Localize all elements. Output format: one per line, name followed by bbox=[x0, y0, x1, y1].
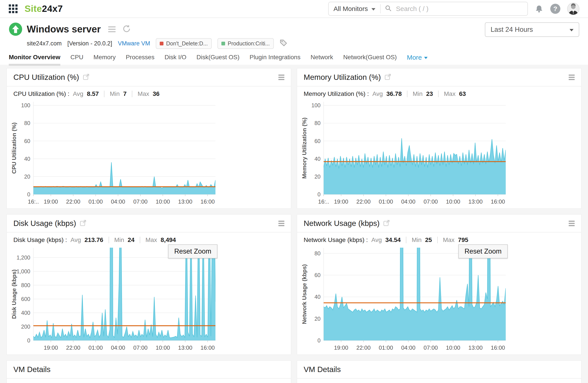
time-range-label: Last 24 Hours bbox=[491, 26, 533, 34]
svg-text:20: 20 bbox=[315, 174, 320, 180]
svg-text:80: 80 bbox=[24, 120, 30, 126]
apps-grid-icon[interactable] bbox=[8, 4, 18, 14]
help-icon[interactable]: ? bbox=[550, 4, 560, 14]
svg-text:01:00: 01:00 bbox=[88, 344, 103, 351]
svg-text:80: 80 bbox=[315, 120, 320, 126]
svg-text:10:00: 10:00 bbox=[156, 344, 170, 351]
max-value: 795 bbox=[458, 237, 468, 243]
reset-zoom-button[interactable]: Reset Zoom bbox=[168, 244, 217, 258]
stats-metric-label: CPU Utilization (%) : bbox=[13, 90, 69, 97]
user-avatar[interactable] bbox=[567, 2, 580, 15]
avg-label: Avg bbox=[70, 237, 81, 243]
svg-text:19:00: 19:00 bbox=[44, 344, 58, 351]
tag-color-swatch bbox=[221, 42, 225, 45]
reset-zoom-button[interactable]: Reset Zoom bbox=[458, 244, 508, 258]
panel-menu-icon[interactable] bbox=[569, 75, 575, 80]
tab-network-guest-os[interactable]: Network(Guest OS) bbox=[343, 54, 397, 64]
panel-menu-icon[interactable] bbox=[569, 221, 575, 226]
svg-text:04:00: 04:00 bbox=[401, 344, 415, 351]
svg-text:16:..: 16:.. bbox=[28, 198, 39, 205]
vm-detail-row: ESX/ESXi Host Name 172.21.112.41 bbox=[297, 379, 581, 383]
svg-text:13:00: 13:00 bbox=[468, 198, 483, 205]
tab-cpu[interactable]: CPU bbox=[70, 54, 83, 64]
svg-text:22:00: 22:00 bbox=[66, 198, 80, 205]
tag-icon[interactable] bbox=[279, 39, 287, 48]
expand-chart-icon[interactable] bbox=[80, 219, 87, 227]
panel-vm-details-right: VM Details ESX/ESXi Host Name 172.21.112… bbox=[297, 361, 581, 383]
tab-more[interactable]: More bbox=[407, 54, 427, 64]
tag-chip[interactable]: Don't_Delete:D... bbox=[156, 38, 212, 49]
expand-chart-icon[interactable] bbox=[83, 73, 90, 81]
notifications-bell-icon[interactable] bbox=[534, 4, 544, 13]
stats-metric-label: Network Usage (kbps) : bbox=[304, 237, 368, 243]
tag-label: Production:Criti... bbox=[228, 40, 270, 47]
svg-text:0: 0 bbox=[317, 191, 320, 197]
min-value: 24 bbox=[128, 237, 134, 243]
tab-processes[interactable]: Processes bbox=[126, 54, 154, 64]
monitor-menu-icon[interactable] bbox=[108, 26, 116, 32]
panel-menu-icon[interactable] bbox=[278, 75, 284, 80]
svg-text:20: 20 bbox=[315, 316, 320, 322]
min-value: 25 bbox=[425, 237, 432, 243]
panel-title: Memory Utilization (%) bbox=[304, 73, 381, 81]
svg-text:04:00: 04:00 bbox=[111, 198, 125, 205]
svg-text:16:00: 16:00 bbox=[491, 344, 505, 351]
panel-vm-details-left: VM Details Host Name s24x7-w10.site24x7.… bbox=[7, 361, 291, 383]
tab-plugin-integrations[interactable]: Plugin Integrations bbox=[250, 54, 301, 64]
tag-label: Don't_Delete:D... bbox=[166, 40, 208, 47]
svg-text:0: 0 bbox=[317, 337, 320, 343]
tab-disk-io[interactable]: Disk I/O bbox=[165, 54, 187, 64]
help-glyph: ? bbox=[553, 5, 557, 13]
disk-usage-chart[interactable]: Reset Zoom 02004006008001,0001,200Disk U… bbox=[10, 244, 219, 354]
logo-text-dark: 24x7 bbox=[42, 3, 63, 14]
expand-chart-icon[interactable] bbox=[384, 73, 391, 81]
svg-text:600: 600 bbox=[21, 296, 30, 302]
tag-chip[interactable]: Production:Criti... bbox=[217, 38, 274, 49]
refresh-icon[interactable] bbox=[122, 24, 131, 34]
vm-detail-row: Host Name s24x7-w10.site24x7.com bbox=[7, 379, 291, 383]
monitor-scope-dropdown[interactable]: All Monitors bbox=[334, 5, 376, 13]
svg-text:13:00: 13:00 bbox=[178, 344, 192, 351]
svg-text:400: 400 bbox=[21, 310, 30, 316]
svg-text:40: 40 bbox=[315, 156, 320, 162]
tab-memory[interactable]: Memory bbox=[93, 54, 116, 64]
svg-text:800: 800 bbox=[21, 282, 30, 288]
panel-menu-icon[interactable] bbox=[278, 221, 284, 226]
time-range-dropdown[interactable]: Last 24 Hours bbox=[485, 22, 579, 37]
svg-text:60: 60 bbox=[315, 138, 320, 144]
svg-text:60: 60 bbox=[315, 272, 320, 278]
svg-text:07:00: 07:00 bbox=[424, 198, 438, 205]
cpu-utilization-chart[interactable]: 020406080100CPU Utilization (%)16:..19:0… bbox=[10, 98, 219, 207]
panel-disk-usage: Disk Usage (kbps) Disk Usage (kbps) : Av… bbox=[7, 214, 291, 355]
tab-monitor-overview[interactable]: Monitor Overview bbox=[9, 54, 60, 66]
svg-text:CPU Utilization (%): CPU Utilization (%) bbox=[11, 122, 17, 174]
network-usage-chart[interactable]: Reset Zoom 020406080Network Usage (kbps)… bbox=[301, 244, 509, 354]
svg-text:Memory Utilization (%): Memory Utilization (%) bbox=[301, 118, 308, 179]
svg-text:19:00: 19:00 bbox=[44, 198, 58, 205]
expand-chart-icon[interactable] bbox=[383, 219, 390, 227]
site24x7-logo[interactable]: Site24x7 bbox=[24, 3, 63, 14]
stats-metric-label: Memory Utilization (%) : bbox=[304, 90, 369, 97]
svg-text:200: 200 bbox=[21, 323, 30, 330]
min-label: Min bbox=[114, 237, 124, 243]
panel-title: Disk Usage (kbps) bbox=[13, 219, 76, 228]
more-label: More bbox=[407, 54, 422, 61]
svg-text:13:00: 13:00 bbox=[178, 198, 192, 205]
svg-text:13:00: 13:00 bbox=[468, 344, 483, 351]
page-title: Windows server bbox=[27, 24, 101, 35]
svg-text:16:00: 16:00 bbox=[201, 344, 215, 351]
svg-text:16:..: 16:.. bbox=[318, 198, 329, 205]
svg-text:20: 20 bbox=[24, 174, 30, 180]
memory-utilization-chart[interactable]: 020406080100Memory Utilization (%)16:..1… bbox=[301, 98, 509, 207]
chart-stats: CPU Utilization (%) : Avg8.57 Min7 Max36 bbox=[7, 86, 291, 97]
monitor-type-link[interactable]: VMware VM bbox=[118, 40, 150, 47]
panel-title: CPU Utilization (%) bbox=[13, 73, 79, 81]
svg-text:16:00: 16:00 bbox=[491, 198, 505, 205]
svg-text:Network Usage (kbps): Network Usage (kbps) bbox=[301, 264, 308, 324]
tab-disk-guest-os[interactable]: Disk(Guest OS) bbox=[196, 54, 239, 64]
search-input[interactable] bbox=[396, 5, 523, 13]
tab-network[interactable]: Network bbox=[311, 54, 333, 64]
monitor-version: [Version - 20.0.2] bbox=[67, 40, 112, 47]
svg-text:07:00: 07:00 bbox=[424, 344, 438, 351]
panel-title: VM Details bbox=[13, 365, 50, 374]
